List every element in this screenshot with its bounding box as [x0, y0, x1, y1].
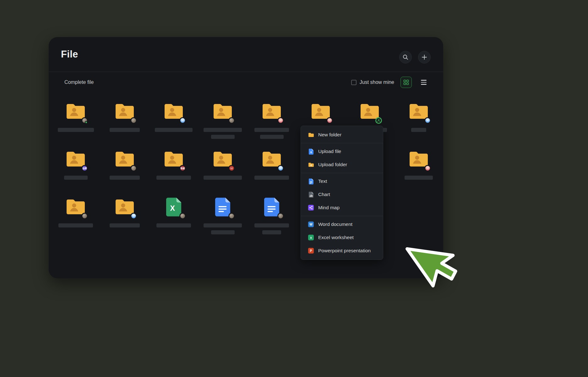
context-menu: New folder Upload file Upload folder Tex… [301, 126, 383, 260]
file-tile-spreadsheet[interactable]: X [149, 195, 198, 243]
avatar-badge [424, 117, 431, 124]
menu-item-excel-worksheet[interactable]: x Excel worksheet [301, 231, 383, 244]
folder-icon [409, 103, 428, 119]
file-name-placeholder [254, 223, 289, 227]
folder-icon [409, 151, 428, 167]
file-tile-folder[interactable] [394, 99, 443, 147]
excel-icon: x [308, 234, 314, 241]
doc-file-icon [264, 198, 279, 216]
file-name-placeholder [110, 223, 140, 227]
upload-folder-icon [308, 161, 314, 168]
menu-item-word-document[interactable]: W Word document [301, 218, 383, 231]
svg-text:X: X [170, 204, 175, 212]
avatar-badge: LI [228, 165, 235, 172]
file-tile-folder[interactable] [100, 195, 149, 243]
folder-icon [213, 103, 232, 119]
menu-divider [301, 216, 383, 216]
file-tile-folder[interactable] [149, 99, 198, 147]
list-view-icon [421, 80, 427, 85]
file-tile-folder[interactable] [100, 99, 149, 147]
file-name-placeholder [110, 128, 140, 132]
folder-icon [213, 151, 232, 167]
file-tile-document[interactable] [247, 195, 296, 243]
file-name-placeholder [405, 176, 433, 180]
file-tile-folder[interactable] [51, 99, 100, 147]
file-tile-folder[interactable]: 张超 [149, 147, 198, 195]
search-button[interactable] [399, 51, 412, 63]
menu-item-text[interactable]: Text [301, 175, 383, 188]
menu-item-label: Text [318, 178, 327, 184]
file-tile-folder[interactable] [394, 147, 443, 195]
avatar-badge [130, 117, 137, 124]
upload-file-icon [308, 148, 314, 155]
grid-view-icon [403, 79, 409, 85]
word-icon: W [308, 221, 314, 227]
grid-view-button[interactable] [400, 77, 412, 88]
grid-empty-cell [394, 195, 443, 243]
menu-item-upload-folder[interactable]: Upload folder [301, 158, 383, 171]
menu-item-new-folder[interactable]: New folder [301, 128, 383, 141]
folder-icon [66, 103, 85, 119]
folder-icon [115, 199, 134, 214]
chart-file-icon [308, 191, 314, 198]
menu-item-label: Word document [318, 221, 352, 227]
avatar-badge [228, 213, 235, 219]
file-name-placeholder [155, 128, 193, 132]
avatar-badge [424, 165, 431, 172]
file-tile-folder[interactable] [51, 195, 100, 243]
folder-icon [262, 151, 281, 167]
avatar-badge [277, 117, 284, 124]
file-name-placeholder [211, 135, 235, 139]
file-name-placeholder [58, 223, 93, 227]
list-view-button[interactable] [418, 77, 429, 88]
file-name-placeholder [110, 176, 140, 180]
menu-divider [301, 143, 383, 143]
file-tile-folder[interactable] [100, 147, 149, 195]
badge-initials: LI [231, 167, 232, 169]
folder-icon [262, 103, 281, 119]
folder-icon [164, 103, 183, 119]
menu-item-label: Upload folder [318, 162, 347, 167]
avatar-badge [130, 165, 137, 172]
menu-item-label: Excel worksheet [318, 235, 354, 240]
menu-item-powerpoint[interactable]: P Powerpoint presentation [301, 244, 383, 257]
folder-icon [360, 103, 379, 119]
menu-item-label: Chart [318, 192, 330, 197]
share-person-icon [377, 119, 380, 122]
plus-icon [422, 55, 427, 60]
file-name-placeholder [254, 176, 289, 180]
file-name-placeholder [260, 135, 284, 139]
file-tile-folder[interactable] [247, 147, 296, 195]
menu-item-label: Mind map [318, 205, 340, 210]
toolbar-right: Just show mine [351, 77, 429, 88]
file-name-placeholder [204, 176, 242, 180]
avatar-badge [179, 117, 186, 124]
file-name-placeholder [204, 128, 242, 132]
avatar-badge [277, 213, 284, 219]
file-name-placeholder [204, 223, 242, 227]
powerpoint-icon: P [308, 248, 314, 254]
folder-icon [66, 199, 85, 214]
menu-item-mind-map[interactable]: Mind map [301, 201, 383, 214]
just-show-mine-checkbox[interactable]: Just show mine [351, 79, 394, 85]
avatar-badge [277, 165, 284, 172]
file-tile-document[interactable] [198, 195, 247, 243]
file-name-placeholder [156, 223, 191, 227]
checkbox-box[interactable] [351, 80, 357, 85]
file-name-placeholder [156, 176, 191, 180]
avatar-badge [326, 117, 333, 124]
new-folder-icon [308, 132, 314, 138]
file-tile-folder[interactable]: 志程 [51, 147, 100, 195]
avatar-badge: 张超 [179, 165, 186, 172]
badge-initials: 张超 [181, 167, 185, 169]
menu-item-upload-file[interactable]: Upload file [301, 145, 383, 158]
file-tile-folder[interactable] [198, 99, 247, 147]
file-tile-folder[interactable]: LI [198, 147, 247, 195]
menu-item-chart[interactable]: Chart [301, 188, 383, 201]
add-button[interactable] [418, 51, 431, 63]
file-name-placeholder [64, 176, 88, 180]
file-tile-folder[interactable] [247, 99, 296, 147]
menu-divider [301, 173, 383, 173]
folder-icon [66, 151, 85, 167]
badge-initials: 志程 [83, 167, 87, 169]
